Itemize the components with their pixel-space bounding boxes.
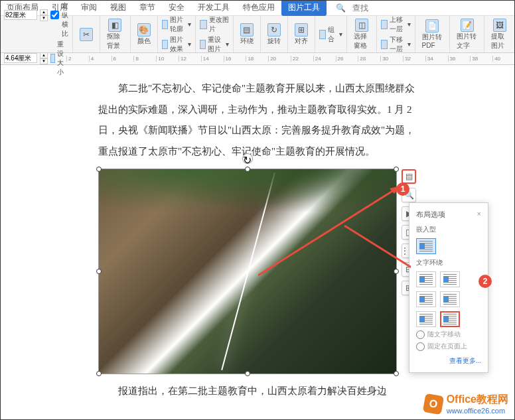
tab-chapter[interactable]: 章节 [133,0,162,16]
color-button[interactable]: 🎨颜色 [135,22,153,47]
search-icon[interactable]: 🔍 [329,1,352,15]
resize-handle-ml[interactable] [96,269,102,274]
wrap-square-option[interactable] [416,271,436,287]
tab-devtools[interactable]: 开发工具 [191,0,236,16]
change-img-button[interactable]: 更改图片 [200,15,229,34]
remove-bg-button[interactable]: ◧抠除背景 [104,17,126,52]
align-button[interactable]: ⊞对齐 [292,22,311,47]
wrap-inline-option[interactable] [416,238,436,254]
group-button[interactable]: 组合 ▾ [319,25,342,44]
watermark-logo-icon: O [422,393,443,414]
wrap-behind-option[interactable] [416,311,436,327]
layout-options-popup: 布局选项 × 嵌入型 文字环绕 2 随文字移动 固定在页面上 查看更多... [409,202,488,373]
wrap-through-option[interactable] [416,291,436,307]
ribbon-toolbar: ▲▼ 锁定纵横比 ▲▼ 重设大小 ✂ ◧抠除背景 🎨颜色 图片轮廓 ▾ 图片效果… [0,16,515,53]
height-input[interactable] [4,53,37,63]
reset-size-button[interactable]: 重设大小 [50,40,68,77]
rotate-button[interactable]: ↻旋转 [265,22,283,47]
resize-handle-br[interactable] [394,371,399,376]
fix-on-page-label: 固定在页面上 [427,342,467,351]
watermark: O Office教程网 www.office26.com [424,393,508,415]
tab-image-tools[interactable]: 图片工具 [281,0,327,16]
see-more-link[interactable]: 查看更多... [416,356,481,366]
crop-button[interactable]: ✂ [77,27,96,42]
paragraph-2[interactable]: 报道指出，在第二批主题教育中，山西太原着力解决百姓身边 [98,381,417,402]
watermark-url: www.office26.com [447,407,508,415]
inline-section-label: 嵌入型 [416,225,481,234]
tab-special[interactable]: 特色应用 [236,0,281,16]
layout-options-button[interactable]: ▤ [402,169,416,184]
width-up[interactable]: ▲ [40,9,48,15]
svg-line-0 [258,186,401,275]
resize-handle-bc[interactable] [245,371,250,376]
to-text-button[interactable]: 📝图片转文字 [454,17,480,52]
to-pdf-button[interactable]: 📄图片转PDF [419,18,445,50]
search-input[interactable] [352,3,379,13]
wrap-front-option[interactable] [440,311,460,327]
height-up[interactable]: ▲ [40,52,48,58]
width-input[interactable] [4,10,37,20]
width-down[interactable]: ▼ [40,15,48,21]
select-pane-button[interactable]: ◫选择窗格 [351,17,373,52]
down-layer-button[interactable]: 下移一层 ▾ [381,35,410,54]
watermark-title: Office教程网 [447,393,508,407]
lock-ratio-checkbox[interactable] [50,11,59,19]
annotation-marker-1: 1 [396,182,409,196]
annotation-marker-2: 2 [478,275,492,288]
resize-handle-tr[interactable] [394,167,399,172]
resize-handle-bl[interactable] [96,371,102,376]
extract-img-button[interactable]: 🖼提取图片 [488,17,510,52]
horizontal-ruler: 246810121416182022242628303234363840 [0,53,515,65]
resize-handle-tc[interactable] [245,167,250,172]
reset-img-button[interactable]: 重设图片 ▾ [200,35,229,54]
popup-title-text: 布局选项 [416,210,445,220]
up-layer-button[interactable]: 上移一层 ▾ [381,15,410,34]
rotate-handle[interactable]: ↻ [242,153,253,164]
move-with-text-radio[interactable] [416,330,425,339]
effect-button[interactable]: 图片效果 ▾ [162,35,191,54]
close-icon[interactable]: × [477,210,481,220]
wrap-tight-option[interactable] [440,271,460,287]
fix-on-page-radio[interactable] [416,342,425,351]
wrap-topbottom-option[interactable] [440,291,460,307]
annotation-arrow [258,186,411,279]
ribbon-tabs: 页面布局 引用 审阅 视图 章节 安全 开发工具 特色应用 图片工具 🔍 [0,0,515,16]
move-with-text-label: 随文字移动 [427,330,461,339]
lock-ratio-label: 锁定纵横比 [62,0,68,38]
outline-button[interactable]: 图片轮廓 ▾ [162,15,191,34]
resize-handle-tl[interactable] [96,167,102,172]
selected-image[interactable]: ↻ ▤ 🔍 ▶ ◫ ⋮⋮ ⊟ ⊞ 1 [98,169,397,374]
paragraph-1[interactable]: 第二批"不忘初心、牢记使命"主题教育开展以来，山西太原围绕群众提出的实际难题，深… [98,78,417,162]
tab-review[interactable]: 审阅 [74,0,104,16]
wrap-button[interactable]: ▤环绕 [238,22,256,47]
tab-view[interactable]: 视图 [104,0,133,16]
document-page: 第二批"不忘初心、牢记使命"主题教育开展以来，山西太原围绕群众提出的实际难题，深… [72,65,443,415]
textwrap-section-label: 文字环绕 [416,258,481,267]
tab-safety[interactable]: 安全 [162,0,191,16]
height-down[interactable]: ▼ [40,58,48,64]
svg-line-2 [344,226,411,275]
